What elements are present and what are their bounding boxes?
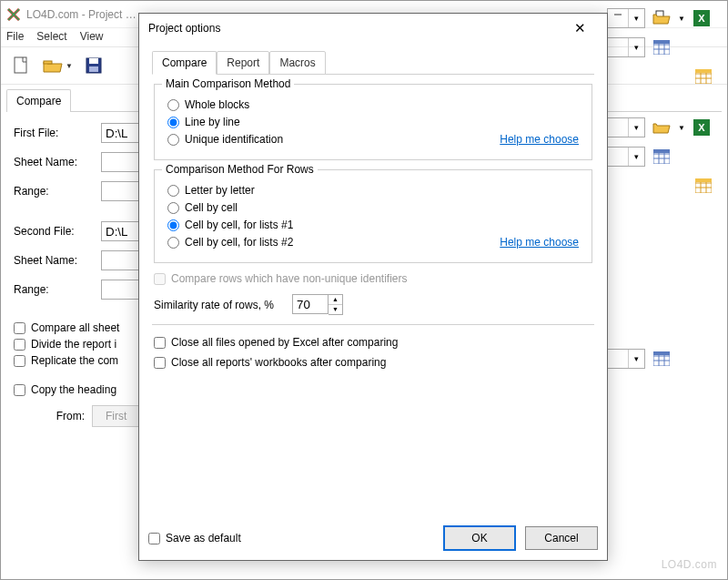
- dlg-tab-macros[interactable]: Macros: [269, 51, 325, 75]
- menu-view[interactable]: View: [80, 30, 104, 43]
- check-close-reports-label: Close all reports' workbooks after compa…: [171, 356, 386, 369]
- chevron-down-icon: ▼: [66, 62, 73, 70]
- grid-icon[interactable]: [651, 147, 672, 167]
- menu-select[interactable]: Select: [36, 30, 66, 43]
- svg-rect-31: [653, 149, 670, 153]
- radio-line-by-line-label: Line by line: [185, 116, 579, 128]
- svg-rect-23: [695, 69, 712, 73]
- radio-cell-lists-2[interactable]: [167, 237, 179, 249]
- from-first-button[interactable]: First: [92, 405, 140, 427]
- svg-rect-9: [89, 66, 98, 72]
- menu-file[interactable]: File: [6, 30, 24, 43]
- first-file-label: First File:: [14, 127, 96, 139]
- check-close-reports[interactable]: [154, 357, 166, 369]
- app-icon: [6, 7, 21, 22]
- browse-first-file-icon[interactable]: [651, 8, 672, 28]
- grid-icon[interactable]: [651, 349, 672, 369]
- spinner-up-icon[interactable]: ▲: [329, 295, 342, 305]
- check-compare-all-label: Compare all sheet: [31, 321, 119, 334]
- project-options-dialog: Project options ✕ Compare Report Macros …: [138, 13, 608, 561]
- open-file-button[interactable]: ▼: [39, 53, 76, 78]
- first-sheet-label: Sheet Name:: [14, 156, 96, 168]
- radio-line-by-line[interactable]: [167, 117, 179, 128]
- dialog-titlebar: Project options ✕: [139, 14, 607, 43]
- similarity-label: Similarity rate of rows, %: [154, 299, 274, 311]
- radio-letter-by-letter[interactable]: [167, 185, 179, 197]
- check-replicate-label: Replicate the com: [31, 354, 118, 367]
- spinner-buttons[interactable]: ▲▼: [329, 294, 343, 315]
- check-replicate[interactable]: [14, 355, 25, 367]
- check-save-default-label: Save as default: [166, 532, 241, 544]
- excel-icon[interactable]: X: [691, 117, 713, 137]
- range-grid-icon[interactable]: [693, 66, 714, 86]
- radio-whole-blocks[interactable]: [167, 99, 179, 111]
- radio-unique-id[interactable]: [167, 134, 179, 146]
- radio-unique-id-label: Unique identification: [185, 133, 494, 146]
- group-main-comparison: Main Comparison Method Whole blocks Line…: [154, 84, 592, 160]
- help-link-rows[interactable]: Help me choose: [500, 236, 579, 249]
- radio-cell-by-cell-label: Cell by cell: [185, 201, 579, 214]
- svg-rect-17: [653, 40, 670, 44]
- spinner-down-icon[interactable]: ▼: [329, 305, 342, 314]
- radio-cell-by-cell[interactable]: [167, 202, 179, 214]
- chevron-down-icon: ▼: [678, 15, 685, 23]
- first-file-combo[interactable]: ▾: [607, 8, 645, 28]
- similarity-spinner[interactable]: ▲▼: [292, 294, 343, 315]
- dialog-close-button[interactable]: ✕: [561, 20, 598, 36]
- dialog-tabs: Compare Report Macros: [152, 50, 594, 75]
- check-nonunique-rows: [154, 273, 166, 285]
- second-file-label: Second File:: [14, 225, 96, 238]
- second-range-label: Range:: [14, 283, 96, 296]
- svg-rect-43: [653, 351, 670, 355]
- ok-button[interactable]: OK: [443, 525, 516, 551]
- svg-rect-5: [15, 57, 26, 73]
- group-row-comparison: Comparison Method For Rows Letter by let…: [154, 169, 592, 263]
- radio-whole-blocks-label: Whole blocks: [185, 98, 579, 111]
- grid-icon[interactable]: [651, 37, 672, 57]
- help-link-main[interactable]: Help me choose: [500, 133, 579, 146]
- group-row-comparison-label: Comparison Method For Rows: [162, 163, 318, 176]
- radio-letter-by-letter-label: Letter by letter: [185, 184, 579, 197]
- save-button[interactable]: [81, 53, 106, 78]
- browse-second-file-icon[interactable]: [651, 117, 672, 137]
- new-file-button[interactable]: [8, 53, 34, 78]
- svg-rect-6: [44, 61, 52, 64]
- svg-text:X: X: [698, 122, 705, 133]
- range-grid-icon[interactable]: [693, 176, 714, 196]
- svg-text:X: X: [698, 13, 705, 24]
- second-sheet-combo[interactable]: ▾: [607, 147, 645, 167]
- check-copy-heading-label: Copy the heading: [31, 383, 116, 396]
- check-close-excel-files-label: Close all files opened by Excel after co…: [171, 336, 398, 349]
- cancel-button[interactable]: Cancel: [525, 526, 598, 550]
- first-sheet-combo[interactable]: ▾: [607, 37, 645, 57]
- excel-icon[interactable]: X: [691, 8, 713, 28]
- divider: [152, 324, 594, 325]
- check-close-excel-files[interactable]: [154, 337, 166, 349]
- check-nonunique-rows-label: Compare rows which have non-unique ident…: [171, 272, 407, 285]
- from-label: From:: [14, 410, 85, 422]
- tab-compare[interactable]: Compare: [6, 89, 71, 112]
- dialog-title: Project options: [148, 22, 561, 35]
- group-main-comparison-label: Main Comparison Method: [162, 77, 294, 90]
- radio-cell-lists-1[interactable]: [167, 219, 179, 231]
- svg-rect-8: [89, 58, 98, 64]
- check-copy-heading[interactable]: [14, 384, 25, 396]
- dlg-tab-report[interactable]: Report: [217, 51, 269, 75]
- watermark: LO4D.com: [662, 558, 717, 571]
- check-divide-report-label: Divide the report i: [31, 338, 116, 351]
- second-file-combo[interactable]: ▾: [607, 117, 645, 137]
- chevron-down-icon: ▼: [678, 124, 685, 132]
- bottom-combo[interactable]: ▾: [607, 349, 645, 369]
- similarity-input[interactable]: [292, 294, 329, 314]
- radio-cell-lists-1-label: Cell by cell, for lists #1: [185, 219, 579, 231]
- check-compare-all[interactable]: [14, 322, 25, 334]
- check-save-default[interactable]: [148, 533, 160, 544]
- second-sheet-label: Sheet Name:: [14, 254, 96, 267]
- dlg-tab-compare[interactable]: Compare: [152, 51, 217, 75]
- check-divide-report[interactable]: [14, 339, 25, 351]
- svg-rect-37: [695, 178, 712, 182]
- first-range-label: Range:: [14, 185, 96, 198]
- radio-cell-lists-2-label: Cell by cell, for lists #2: [185, 236, 494, 249]
